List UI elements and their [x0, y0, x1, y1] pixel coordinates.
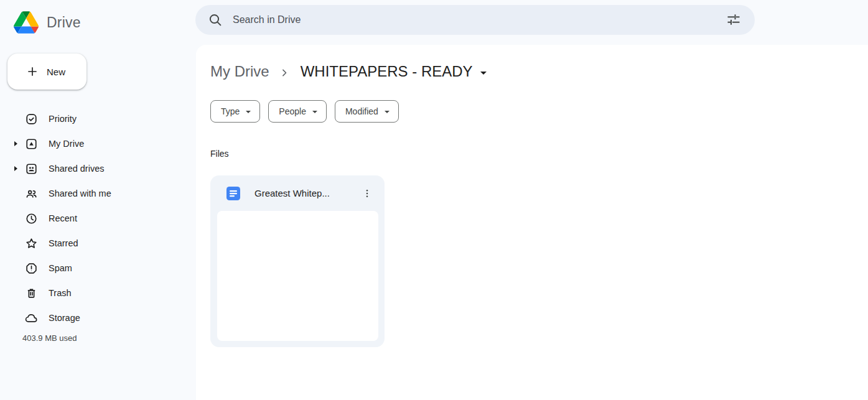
storage-used-label: 403.9 MB used: [22, 333, 77, 343]
top-bar: Drive: [0, 0, 868, 45]
file-card[interactable]: Greatest Whitep...: [210, 175, 385, 347]
search-options-icon[interactable]: [721, 7, 746, 32]
chip-label: Type: [221, 106, 240, 116]
sidebar-item-trash[interactable]: Trash: [0, 281, 196, 305]
sidebar-item-shared-drives[interactable]: Shared drives: [0, 156, 196, 181]
sidebar-item-label: Shared with me: [49, 188, 111, 198]
sidebar-item-recent[interactable]: Recent: [0, 206, 196, 231]
breadcrumb-current-folder[interactable]: WHITEPAPERS - READY: [294, 62, 493, 83]
filter-people-chip[interactable]: People: [268, 100, 327, 123]
priority-check-icon: [25, 113, 38, 126]
my-drive-icon: [25, 137, 38, 151]
drive-logo-icon: [14, 11, 39, 34]
drive-home-link[interactable]: Drive: [0, 0, 81, 45]
sidebar-item-shared-with-me[interactable]: Shared with me: [0, 181, 196, 206]
more-options-icon[interactable]: [357, 184, 377, 203]
clock-icon: [25, 212, 38, 225]
search-input[interactable]: [228, 14, 721, 26]
dropdown-caret-icon: [385, 111, 390, 113]
sidebar-item-label: My Drive: [49, 139, 84, 149]
files-section-label: Files: [210, 149, 868, 159]
sidebar-item-label: Trash: [49, 288, 72, 298]
search-bar[interactable]: [195, 5, 755, 35]
star-icon: [25, 237, 38, 250]
sidebar-item-priority[interactable]: Priority: [0, 106, 196, 131]
breadcrumb: My Drive WHITEPAPERS - READY: [210, 60, 868, 85]
sidebar-item-storage[interactable]: Storage: [0, 305, 196, 330]
sidebar-item-label: Storage: [49, 313, 80, 323]
sidebar-item-label: Shared drives: [49, 164, 104, 174]
sidebar-item-starred[interactable]: Starred: [0, 231, 196, 256]
shared-drives-icon: [25, 162, 38, 175]
dropdown-caret-icon: [312, 111, 317, 113]
breadcrumb-my-drive[interactable]: My Drive: [205, 62, 274, 83]
dropdown-caret-icon: [246, 111, 251, 113]
plus-icon: [26, 65, 39, 78]
cloud-icon: [25, 312, 38, 325]
chevron-right-icon: [278, 67, 291, 79]
new-button[interactable]: New: [7, 53, 86, 90]
search-icon[interactable]: [203, 7, 228, 32]
sidebar-item-label: Spam: [49, 263, 72, 273]
sidebar-item-label: Priority: [49, 114, 77, 124]
app-title: Drive: [47, 14, 81, 31]
file-preview-thumbnail: [217, 211, 378, 341]
dropdown-caret-icon: [480, 72, 487, 75]
expand-arrow-icon[interactable]: [14, 141, 17, 146]
sidebar-item-my-drive[interactable]: My Drive: [0, 131, 196, 156]
sidebar: New Priority My Drive: [0, 45, 196, 400]
file-title: Greatest Whitep...: [254, 188, 357, 198]
new-button-label: New: [47, 67, 65, 77]
sidebar-nav: Priority My Drive Shar: [0, 106, 196, 330]
filter-modified-chip[interactable]: Modified: [335, 100, 399, 123]
filter-type-chip[interactable]: Type: [210, 100, 260, 123]
google-doc-icon: [226, 187, 240, 200]
current-folder-label: WHITEPAPERS - READY: [301, 63, 473, 80]
file-card-header: Greatest Whitep...: [210, 175, 385, 211]
people-icon: [25, 187, 38, 200]
filter-chips: Type People Modified: [210, 100, 868, 123]
trash-icon: [25, 287, 38, 300]
sidebar-item-label: Recent: [49, 213, 77, 223]
main-content: My Drive WHITEPAPERS - READY Type People…: [196, 45, 868, 400]
sidebar-item-spam[interactable]: Spam: [0, 256, 196, 281]
spam-icon: [25, 262, 38, 275]
chip-label: Modified: [345, 106, 378, 116]
sidebar-item-label: Starred: [49, 238, 78, 248]
expand-arrow-icon[interactable]: [14, 166, 17, 171]
chip-label: People: [279, 106, 306, 116]
